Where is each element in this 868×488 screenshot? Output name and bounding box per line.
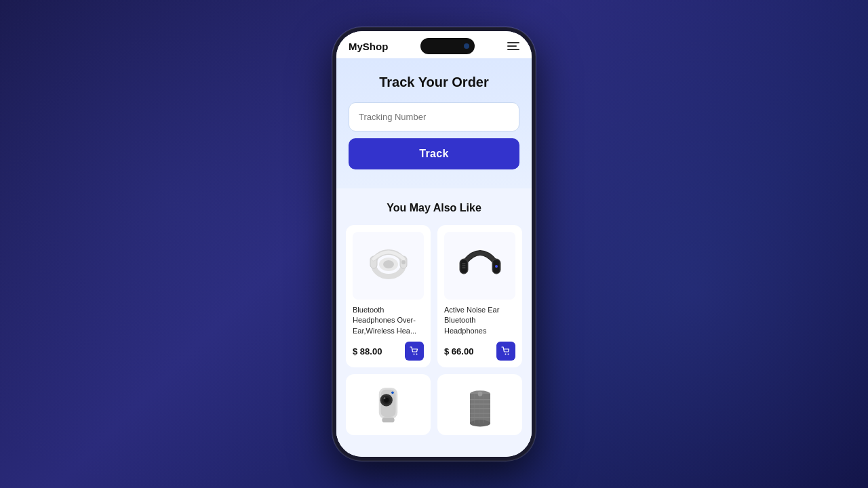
track-section: Track Your Order Track	[336, 58, 532, 188]
svg-point-28	[470, 420, 490, 427]
product-footer-p2: $ 66.00	[444, 342, 515, 361]
products-grid: Bluetooth Headphones Over-Ear,Wireless H…	[346, 225, 522, 367]
product-image-p4	[456, 378, 504, 432]
product-card-p1: Bluetooth Headphones Over-Ear,Wireless H…	[346, 225, 431, 367]
svg-point-23	[384, 397, 386, 399]
camera-dot	[464, 43, 469, 49]
svg-point-17	[508, 354, 509, 355]
svg-point-2	[383, 260, 394, 268]
menu-line-1	[507, 42, 519, 43]
product-name-p2: Active Noise Ear Bluetooth Headphones	[444, 305, 515, 336]
add-to-cart-p2[interactable]	[496, 342, 515, 361]
menu-line-2	[507, 45, 517, 47]
svg-rect-24	[382, 418, 394, 422]
cart-icon-p1	[410, 346, 419, 356]
svg-point-6	[414, 354, 415, 355]
product-price-p1: $ 88.00	[353, 346, 382, 357]
svg-rect-9	[461, 260, 467, 272]
track-button[interactable]: Track	[349, 138, 519, 169]
camera-image	[370, 381, 407, 432]
cart-icon-p2	[501, 346, 511, 356]
status-bar: MyShop	[336, 31, 532, 58]
phone-screen: MyShop Track Your Order Track You May Al…	[336, 31, 532, 457]
svg-point-5	[401, 260, 406, 264]
scroll-area[interactable]: Track Your Order Track You May Also Like	[336, 58, 532, 457]
product-price-p2: $ 66.00	[444, 346, 473, 357]
svg-point-37	[477, 392, 482, 396]
headphone-white-image	[361, 239, 416, 293]
track-title: Track Your Order	[349, 75, 519, 90]
app-name: MyShop	[349, 41, 388, 52]
product-name-p1: Bluetooth Headphones Over-Ear,Wireless H…	[353, 305, 424, 336]
svg-point-25	[391, 392, 394, 394]
svg-point-7	[416, 354, 418, 355]
product-footer-p1: $ 88.00	[353, 342, 424, 361]
product-image-p2	[444, 232, 515, 300]
product-card-p4	[437, 374, 522, 435]
headphone-black-image	[453, 239, 507, 293]
recommendations-section: You May Also Like	[336, 188, 532, 442]
menu-button[interactable]	[507, 42, 519, 50]
tracking-number-input[interactable]	[349, 102, 519, 131]
svg-point-16	[505, 354, 507, 355]
speaker-image	[463, 381, 497, 432]
dynamic-island	[420, 38, 475, 54]
add-to-cart-p1[interactable]	[405, 342, 424, 361]
product-image-p3	[365, 378, 412, 432]
svg-point-15	[495, 265, 498, 268]
menu-line-3	[507, 49, 519, 50]
phone-frame: MyShop Track Your Order Track You May Al…	[332, 27, 536, 461]
products-grid-bottom	[346, 374, 522, 442]
product-card-p3	[346, 374, 431, 435]
product-image-p1	[353, 232, 424, 300]
product-card-p2: Active Noise Ear Bluetooth Headphones $ …	[437, 225, 522, 367]
section-title: You May Also Like	[346, 202, 522, 214]
